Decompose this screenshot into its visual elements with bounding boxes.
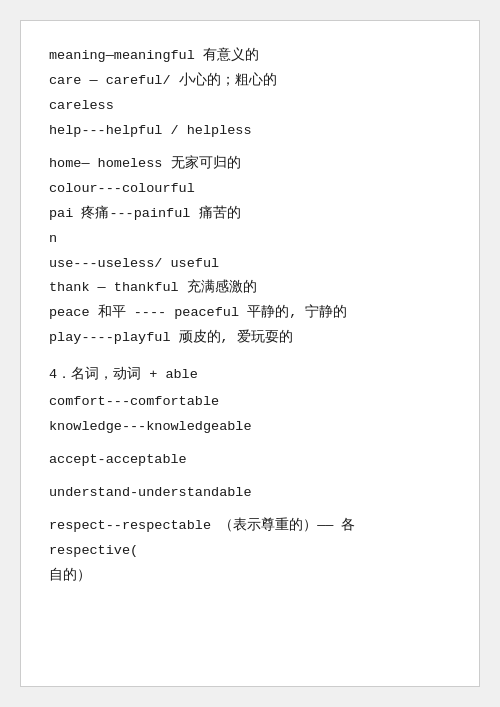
list-item: respective( [49, 540, 451, 563]
list-item: meaning—meaningful 有意义的 [49, 45, 451, 68]
section-header: 4．名词，动词 + able [49, 364, 451, 387]
list-item: use---useless/ useful [49, 253, 451, 276]
list-item: understand-understandable [49, 482, 451, 505]
list-item: thank — thankful 充满感激的 [49, 277, 451, 300]
list-item: knowledge---knowledgeable [49, 416, 451, 439]
list-item: n [49, 228, 451, 251]
list-item: comfort---comfortable [49, 391, 451, 414]
list-item: respect--respectable （表示尊重的）—— 各 [49, 515, 451, 538]
content-block: meaning—meaningful 有意义的 care — careful/ … [49, 45, 451, 588]
list-item: play----playful 顽皮的, 爱玩耍的 [49, 327, 451, 350]
list-item: pai 疼痛---painful 痛苦的 [49, 203, 451, 226]
list-item: careless [49, 95, 451, 118]
list-item: care — careful/ 小心的；粗心的 [49, 70, 451, 93]
page-container: meaning—meaningful 有意义的 care — careful/ … [20, 20, 480, 687]
list-item: colour---colourful [49, 178, 451, 201]
list-item: peace 和平 ---- peaceful 平静的, 宁静的 [49, 302, 451, 325]
list-item: help---helpful / helpless [49, 120, 451, 143]
list-item: home— homeless 无家可归的 [49, 153, 451, 176]
list-item: 自的） [49, 565, 451, 588]
list-item: accept-acceptable [49, 449, 451, 472]
